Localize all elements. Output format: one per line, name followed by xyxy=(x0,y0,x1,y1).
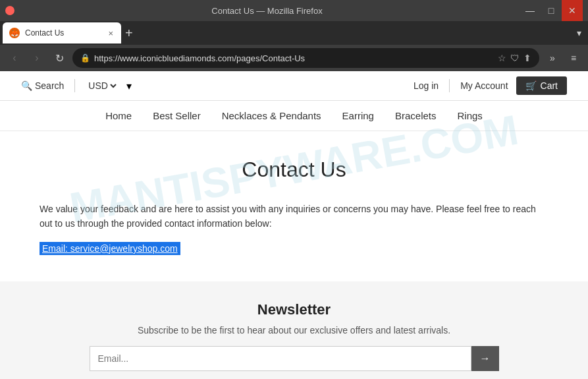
window-controls: — □ ✕ xyxy=(520,0,583,21)
new-tab-button[interactable]: + xyxy=(125,26,133,41)
newsletter-section: Newsletter Subscribe to be the first to … xyxy=(0,281,588,379)
extensions-button[interactable]: » xyxy=(543,49,562,67)
cart-icon: 🛒 xyxy=(525,80,537,91)
url-icons: ☆ 🛡 ⬆ xyxy=(498,53,531,63)
main-navigation: Home Best Seller Necklaces & Pendants Ea… xyxy=(0,101,588,131)
utility-right: Log in My Account 🛒 Cart xyxy=(414,76,567,95)
email-link[interactable]: Email: service@jewelryshop.com xyxy=(40,242,180,255)
shield-button[interactable]: 🛡 xyxy=(510,53,520,63)
currency-chevron-icon: ▾ xyxy=(126,80,132,92)
cart-label: Cart xyxy=(541,80,558,91)
newsletter-submit-button[interactable]: → xyxy=(471,346,499,371)
newsletter-email-input[interactable] xyxy=(90,346,471,371)
refresh-button[interactable]: ↻ xyxy=(50,49,68,67)
nav-best-seller[interactable]: Best Seller xyxy=(153,110,201,121)
website-content: 🔍 Search USD ▾ Log in My Account 🛒 Cart … xyxy=(0,71,588,379)
newsletter-title: Newsletter xyxy=(40,301,548,318)
currency-selector[interactable]: USD xyxy=(86,80,119,92)
url-path: /pages/Contact-Us xyxy=(234,53,305,63)
tab-bar: 🦊 Contact Us × + ▾ xyxy=(0,21,588,45)
forward-button[interactable]: › xyxy=(28,49,46,67)
nav-rings[interactable]: Rings xyxy=(458,110,483,121)
newsletter-subtitle: Subscribe to be the first to hear about … xyxy=(40,325,548,335)
nav-earring[interactable]: Earring xyxy=(342,110,374,121)
title-bar: Contact Us — Mozilla Firefox — □ ✕ xyxy=(0,0,588,21)
page-body-text: We value your feedback and are here to a… xyxy=(40,202,548,231)
utility-left: 🔍 Search USD ▾ xyxy=(21,79,132,92)
browser-actions: » ≡ xyxy=(543,49,583,67)
divider xyxy=(74,79,75,92)
share-button[interactable]: ⬆ xyxy=(523,53,531,63)
back-button[interactable]: ‹ xyxy=(5,49,24,67)
submit-arrow-icon: → xyxy=(480,353,491,364)
address-bar: ‹ › ↻ 🔒 https://www.iconicbluediamonds.c… xyxy=(0,45,588,71)
browser-chrome: Contact Us — Mozilla Firefox — □ ✕ 🦊 Con… xyxy=(0,0,588,71)
cart-button[interactable]: 🛒 Cart xyxy=(516,76,567,95)
nav-home[interactable]: Home xyxy=(105,110,132,121)
account-button[interactable]: My Account xyxy=(460,80,508,91)
tab-favicon: 🦊 xyxy=(9,28,20,38)
url-domain: iconicbluediamonds.com xyxy=(140,53,234,63)
maximize-button[interactable]: □ xyxy=(541,0,562,21)
search-icon: 🔍 xyxy=(21,80,32,91)
lock-icon: 🔒 xyxy=(80,53,90,63)
close-button[interactable]: ✕ xyxy=(562,0,583,21)
url-bar[interactable]: 🔒 https://www.iconicbluediamonds.com/pag… xyxy=(72,48,539,68)
utility-bar: 🔍 Search USD ▾ Log in My Account 🛒 Cart xyxy=(0,71,588,101)
menu-button[interactable]: ≡ xyxy=(564,49,583,67)
nav-bracelets[interactable]: Bracelets xyxy=(395,110,437,121)
divider2 xyxy=(449,79,450,92)
tab-title: Contact Us xyxy=(25,28,101,38)
minimize-button[interactable]: — xyxy=(520,0,541,21)
page-content: MANTISPYWARE.COM Contact Us We value you… xyxy=(0,131,588,281)
url-text: https://www.iconicbluediamonds.com/pages… xyxy=(94,53,494,63)
page-title: Contact Us xyxy=(40,158,548,182)
traffic-light-red xyxy=(5,6,14,15)
newsletter-form: → xyxy=(40,346,548,371)
active-tab[interactable]: 🦊 Contact Us × xyxy=(3,22,121,44)
window-title: Contact Us — Mozilla Firefox xyxy=(14,6,520,16)
search-label: Search xyxy=(35,80,64,91)
tab-close-button[interactable]: × xyxy=(107,28,115,38)
login-button[interactable]: Log in xyxy=(414,80,439,91)
title-bar-left xyxy=(5,6,14,15)
url-protocol: https://www. xyxy=(94,53,140,63)
nav-necklaces[interactable]: Necklaces & Pendants xyxy=(222,110,321,121)
bookmark-button[interactable]: ☆ xyxy=(498,53,506,63)
tab-bar-menu-button[interactable]: ▾ xyxy=(573,28,585,38)
search-button[interactable]: 🔍 Search xyxy=(21,80,64,91)
